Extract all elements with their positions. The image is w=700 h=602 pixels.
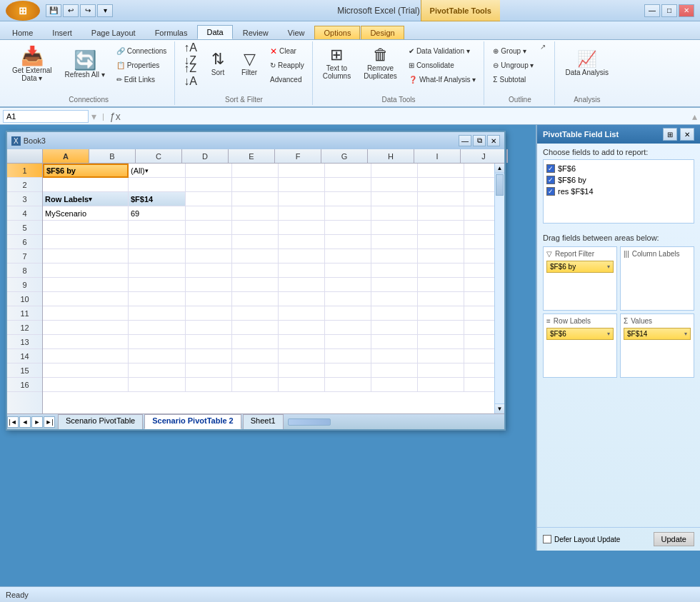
cell-I13[interactable] xyxy=(464,335,494,349)
cell-B5[interactable] xyxy=(129,221,186,235)
field-checkbox-res-sf14[interactable] xyxy=(546,187,555,196)
cell-H16[interactable] xyxy=(418,378,464,392)
cell-F13[interactable] xyxy=(325,335,371,349)
row-header-14[interactable]: 14 xyxy=(7,349,42,363)
redo-button[interactable]: ↪ xyxy=(80,4,96,17)
row-header-4[interactable]: 4 xyxy=(7,206,42,221)
cell-D8[interactable] xyxy=(232,264,279,278)
cell-I6[interactable] xyxy=(464,235,494,249)
cell-I12[interactable] xyxy=(464,321,494,335)
cell-I2[interactable] xyxy=(464,178,494,192)
cell-G3[interactable] xyxy=(371,192,418,206)
filter-button[interactable]: ▽ Filter xyxy=(235,43,264,83)
sheet-first-button[interactable]: |◄ xyxy=(7,416,19,428)
cell-E8[interactable] xyxy=(279,264,325,278)
cell-A1[interactable]: $F$6 by xyxy=(43,164,129,178)
cell-B7[interactable] xyxy=(129,249,186,264)
col-header-F[interactable]: F xyxy=(275,149,321,163)
cell-A16[interactable] xyxy=(43,378,129,392)
cell-E10[interactable] xyxy=(279,292,325,306)
horizontal-scrollbar[interactable] xyxy=(285,414,504,429)
row-header-3[interactable]: 3 xyxy=(7,192,42,206)
cell-H4[interactable] xyxy=(418,206,464,221)
sort-button[interactable]: ⇅ Sort xyxy=(204,43,232,83)
cell-F7[interactable] xyxy=(325,249,371,264)
cell-F8[interactable] xyxy=(325,264,371,278)
cell-B3[interactable]: $F$14 xyxy=(129,192,186,206)
cell-A3[interactable]: Row Labels ▾ xyxy=(43,192,129,206)
col-header-C[interactable]: C xyxy=(136,149,182,163)
cell-D15[interactable] xyxy=(232,363,279,378)
connections-button[interactable]: 🔗 Connections xyxy=(113,44,171,58)
tab-insert[interactable]: Insert xyxy=(43,26,81,39)
vertical-scrollbar[interactable]: ▲ ▼ xyxy=(494,164,504,413)
cell-H2[interactable] xyxy=(418,178,464,192)
report-filter-field-sf6by[interactable]: $F$6 by ▾ xyxy=(546,261,614,273)
cell-H6[interactable] xyxy=(418,235,464,249)
cell-G12[interactable] xyxy=(371,321,418,335)
row-header-8[interactable]: 8 xyxy=(7,264,42,278)
cell-G8[interactable] xyxy=(371,264,418,278)
office-button[interactable]: ⊞ xyxy=(6,1,40,21)
cell-C16[interactable] xyxy=(186,378,232,392)
scroll-down-button[interactable]: ▼ xyxy=(495,403,504,413)
cell-D14[interactable] xyxy=(232,349,279,363)
row-header-5[interactable]: 5 xyxy=(7,221,42,235)
save-button[interactable]: 💾 xyxy=(46,4,61,17)
tab-design[interactable]: Design xyxy=(361,26,404,39)
cell-I10[interactable] xyxy=(464,292,494,306)
cell-E16[interactable] xyxy=(279,378,325,392)
col-header-D[interactable]: D xyxy=(182,149,229,163)
undo-button[interactable]: ↩ xyxy=(63,4,79,17)
cell-I14[interactable] xyxy=(464,349,494,363)
cell-E5[interactable] xyxy=(279,221,325,235)
cell-D7[interactable] xyxy=(232,249,279,264)
sheet-last-button[interactable]: ►| xyxy=(44,416,55,428)
name-box[interactable] xyxy=(3,110,89,123)
cell-A14[interactable] xyxy=(43,349,129,363)
cell-E1[interactable] xyxy=(279,164,325,178)
cell-D2[interactable] xyxy=(232,178,279,192)
cell-H8[interactable] xyxy=(418,264,464,278)
excel-restore-button[interactable]: ⧉ xyxy=(473,135,486,146)
cell-B11[interactable] xyxy=(129,306,186,321)
cell-E4[interactable] xyxy=(279,206,325,221)
cell-G16[interactable] xyxy=(371,378,418,392)
reapply-button[interactable]: ↻ Reapply xyxy=(266,59,308,72)
field-checkbox-sf6by[interactable] xyxy=(546,176,555,184)
refresh-all-button[interactable]: 🔄 Refresh All ▾ xyxy=(60,43,110,86)
cell-B8[interactable] xyxy=(129,264,186,278)
pivot-panel-config-button[interactable]: ⊞ xyxy=(663,128,677,141)
row-header-13[interactable]: 13 xyxy=(7,335,42,349)
cell-C14[interactable] xyxy=(186,349,232,363)
advanced-button[interactable]: Advanced xyxy=(266,73,308,86)
cell-B1[interactable]: (All) ▾ xyxy=(129,164,186,178)
cell-G13[interactable] xyxy=(371,335,418,349)
cell-C10[interactable] xyxy=(186,292,232,306)
customize-button[interactable]: ▾ xyxy=(97,4,113,17)
row-header-9[interactable]: 9 xyxy=(7,278,42,292)
cell-B6[interactable] xyxy=(129,235,186,249)
cell-G4[interactable] xyxy=(371,206,418,221)
cell-A15[interactable] xyxy=(43,363,129,378)
cell-G11[interactable] xyxy=(371,306,418,321)
cell-E9[interactable] xyxy=(279,278,325,292)
cell-C12[interactable] xyxy=(186,321,232,335)
cell-D5[interactable] xyxy=(232,221,279,235)
tab-page-layout[interactable]: Page Layout xyxy=(82,26,145,39)
cell-F15[interactable] xyxy=(325,363,371,378)
cell-A9[interactable] xyxy=(43,278,129,292)
field-checkbox-sf6[interactable] xyxy=(546,164,555,173)
col-header-G[interactable]: G xyxy=(321,149,368,163)
row-header-11[interactable]: 11 xyxy=(7,306,42,321)
cell-D1[interactable] xyxy=(232,164,279,178)
cell-F9[interactable] xyxy=(325,278,371,292)
cell-I5[interactable] xyxy=(464,221,494,235)
cell-E12[interactable] xyxy=(279,321,325,335)
tab-home[interactable]: Home xyxy=(3,26,42,39)
close-button[interactable]: ✕ xyxy=(679,4,694,17)
row-header-15[interactable]: 15 xyxy=(7,363,42,378)
column-labels-area[interactable]: ||| Column Labels xyxy=(620,246,694,311)
row-header-10[interactable]: 10 xyxy=(7,292,42,306)
defer-checkbox-input[interactable] xyxy=(543,535,551,543)
